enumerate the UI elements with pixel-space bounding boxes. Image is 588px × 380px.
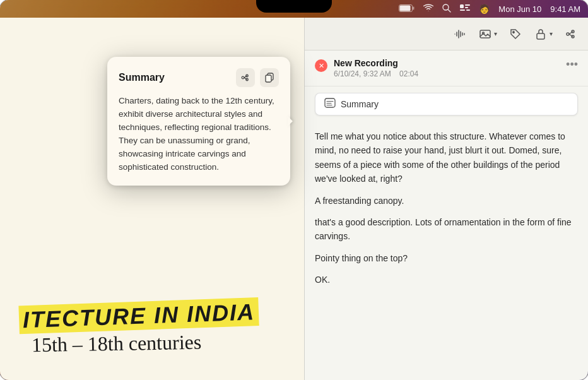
camera-notch <box>256 0 332 13</box>
summary-button[interactable]: Summary <box>315 93 578 116</box>
svg-point-18 <box>513 31 514 32</box>
waveform-icon[interactable] <box>453 27 467 41</box>
svg-rect-6 <box>465 4 470 6</box>
transcript-line-5: OK. <box>315 273 578 287</box>
recording-info: New Recording 6/10/24, 9:32 AM 02:04 <box>334 58 566 78</box>
user-icon[interactable]: 🧑 <box>479 4 490 14</box>
image-dropdown-arrow[interactable]: ▾ <box>494 30 497 37</box>
recording-entry: ✕ New Recording 6/10/24, 9:32 AM 02:04 •… <box>305 50 588 86</box>
svg-rect-16 <box>480 30 490 38</box>
popup-copy-button[interactable] <box>260 68 279 87</box>
wifi-icon <box>423 4 433 14</box>
recording-menu-button[interactable]: ••• <box>566 58 578 71</box>
whiteboard-title: ITECTURE IN INDIA <box>18 295 285 333</box>
popup-share-button[interactable] <box>236 68 255 87</box>
transcript-line-2: A freestanding canopy. <box>315 194 578 208</box>
svg-rect-2 <box>413 7 415 10</box>
architecture-label: ITECTURE IN INDIA <box>18 297 259 333</box>
svg-rect-31 <box>266 75 271 82</box>
popup-body: Charters, dating back to the 12th centur… <box>119 95 279 174</box>
transcript: Tell me what you notice about this struc… <box>305 122 588 380</box>
recording-duration: 02:04 <box>399 69 418 78</box>
notes-toolbar: ▾ ▾ <box>305 18 588 50</box>
svg-rect-1 <box>400 6 411 11</box>
control-center-icon[interactable] <box>460 4 470 14</box>
summary-button-icon <box>324 98 336 110</box>
battery-icon <box>399 4 415 14</box>
highlight-arch: ITECTURE IN INDIA <box>18 297 259 334</box>
svg-rect-7 <box>465 7 468 8</box>
svg-rect-19 <box>537 33 544 39</box>
recording-date: 6/10/24, 9:32 AM <box>334 69 391 78</box>
transcript-line-1: Tell me what you notice about this struc… <box>315 129 578 186</box>
whiteboard-centuries: 15th – 18th centuries <box>19 329 286 357</box>
svg-point-22 <box>567 33 569 35</box>
popup-header: Summary <box>119 68 279 87</box>
recording-meta: 6/10/24, 9:32 AM 02:04 <box>334 69 566 78</box>
notes-panel: ▾ ▾ <box>304 18 588 380</box>
menubar-right: 🧑 Mon Jun 10 9:41 AM <box>399 4 580 15</box>
lock-dropdown-arrow[interactable]: ▾ <box>550 30 553 37</box>
image-toolbar-group[interactable]: ▾ <box>478 27 497 41</box>
svg-rect-8 <box>460 9 465 11</box>
recording-close-button[interactable]: ✕ <box>315 59 327 72</box>
image-icon[interactable] <box>478 27 492 41</box>
share-icon[interactable] <box>564 27 578 41</box>
tag-icon[interactable] <box>509 27 522 41</box>
summary-popup: Summary <box>107 57 290 186</box>
recording-title: New Recording <box>334 58 566 68</box>
popup-title: Summary <box>119 72 165 83</box>
svg-line-4 <box>448 9 450 12</box>
popup-actions <box>236 68 279 87</box>
lock-toolbar-group[interactable]: ▾ <box>534 27 553 41</box>
svg-point-29 <box>242 76 244 79</box>
search-icon[interactable] <box>442 4 451 15</box>
svg-rect-5 <box>460 4 464 8</box>
svg-rect-9 <box>466 9 470 11</box>
transcript-line-3: that's a good description. Lots of ornam… <box>315 215 578 244</box>
menubar-datetime: Mon Jun 10 <box>498 4 541 14</box>
menubar-time: 9:41 AM <box>550 4 580 14</box>
summary-button-label: Summary <box>341 99 379 109</box>
lock-icon[interactable] <box>534 27 548 41</box>
transcript-line-4: Pointy thing on the top? <box>315 251 578 265</box>
